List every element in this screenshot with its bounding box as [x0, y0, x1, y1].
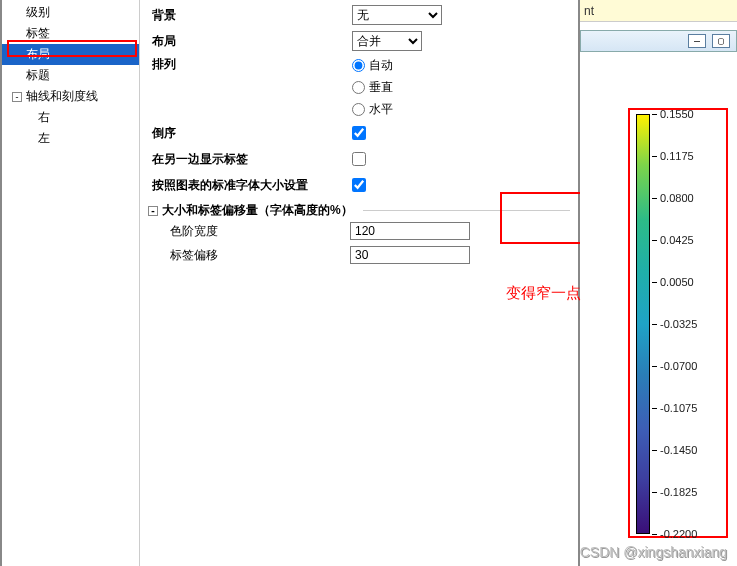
maximize-button[interactable]: ▢ — [712, 34, 730, 48]
select-layout[interactable]: 合并 — [352, 31, 422, 51]
form-panel: 背景 无 布局 合并 排列 自动 垂直 水平 倒序 在另一边显示标签 按照图表的… — [140, 0, 578, 566]
collapse-icon[interactable]: - — [12, 92, 22, 102]
tree-item-left[interactable]: 左 — [2, 128, 139, 149]
colorbar-tick — [652, 450, 657, 451]
info-bar: nt — [580, 0, 737, 22]
check-reverse[interactable] — [352, 126, 366, 140]
colorbar-tick — [652, 492, 657, 493]
tree-item-level[interactable]: 级别 — [2, 2, 139, 23]
collapse-icon[interactable]: - — [148, 206, 158, 216]
check-follow-std[interactable] — [352, 178, 366, 192]
colorbar-label: -0.1825 — [660, 486, 697, 498]
colorbar-tick — [652, 534, 657, 535]
nav-tree: 级别 标签 布局 标题 -轴线和刻度线 右 左 — [2, 0, 140, 566]
colorbar-label: -0.1450 — [660, 444, 697, 456]
annotation-text: 变得窄一点 — [506, 284, 581, 303]
label-label-offset: 标签偏移 — [170, 247, 350, 264]
colorbar-tick — [652, 324, 657, 325]
colorbar-label: 0.1175 — [660, 150, 694, 162]
colorbar-label: 0.0800 — [660, 192, 694, 204]
colorbar-tick — [652, 282, 657, 283]
label-layout: 布局 — [148, 33, 348, 50]
colorbar-tick — [652, 198, 657, 199]
colorbar — [636, 114, 650, 534]
tree-item-axes[interactable]: -轴线和刻度线 — [2, 86, 139, 107]
colorbar-tick — [652, 114, 657, 115]
label-show-other: 在另一边显示标签 — [148, 151, 348, 168]
colorbar-tick — [652, 240, 657, 241]
colorbar-label: -0.0325 — [660, 318, 697, 330]
radio-vertical[interactable]: 垂直 — [352, 78, 570, 96]
minimize-button[interactable]: — — [688, 34, 706, 48]
check-show-other[interactable] — [352, 152, 366, 166]
label-scale-width: 色阶宽度 — [170, 223, 350, 240]
colorbar-label: -0.2200 — [660, 528, 697, 540]
colorbar-label: 0.0050 — [660, 276, 694, 288]
tree-item-layout[interactable]: 布局 — [2, 44, 139, 65]
colorbar-tick — [652, 156, 657, 157]
label-background: 背景 — [148, 7, 348, 24]
sub-header-size: - 大小和标签偏移量（字体高度的%） — [148, 202, 570, 219]
colorbar-label: 0.1550 — [660, 108, 694, 120]
colorbar-highlight: 0.15500.11750.08000.04250.0050-0.0325-0.… — [628, 108, 728, 538]
radio-horizontal[interactable]: 水平 — [352, 100, 570, 118]
colorbar-label: -0.0700 — [660, 360, 697, 372]
tree-item-title[interactable]: 标题 — [2, 65, 139, 86]
window-controls: — ▢ — [580, 30, 737, 52]
radio-auto[interactable]: 自动 — [352, 56, 570, 74]
select-background[interactable]: 无 — [352, 5, 442, 25]
input-scale-width[interactable] — [350, 222, 470, 240]
colorbar-label: -0.1075 — [660, 402, 697, 414]
label-arrange: 排列 — [148, 56, 348, 73]
input-label-offset[interactable] — [350, 246, 470, 264]
label-reverse: 倒序 — [148, 125, 348, 142]
colorbar-label: 0.0425 — [660, 234, 694, 246]
colorbar-tick — [652, 408, 657, 409]
colorbar-tick — [652, 366, 657, 367]
tree-item-right[interactable]: 右 — [2, 107, 139, 128]
tree-item-labels[interactable]: 标签 — [2, 23, 139, 44]
label-follow-std: 按照图表的标准字体大小设置 — [148, 177, 348, 194]
